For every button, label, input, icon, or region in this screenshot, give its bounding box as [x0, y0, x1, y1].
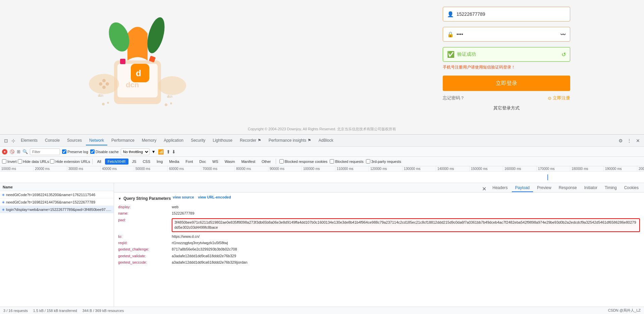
- eye-icon[interactable]: 〰️: [560, 32, 566, 37]
- svg-point-18: [107, 102, 109, 104]
- tab-elements[interactable]: Elements: [17, 136, 41, 145]
- phone-input-group[interactable]: 👤: [443, 7, 570, 21]
- svg-text:dcn: dcn: [98, 94, 103, 97]
- tab-performance[interactable]: Performance: [108, 136, 138, 145]
- disable-cache-checkbox[interactable]: [90, 149, 95, 154]
- password-input-group[interactable]: 🔒 〰️: [443, 27, 570, 42]
- param-value-pwd: 3f4850bee971c6211d519802ae0e835ff8098a27…: [172, 218, 640, 233]
- third-party-requests-label[interactable]: 3rd-party requests: [366, 159, 401, 164]
- invert-label[interactable]: Invert: [2, 159, 17, 164]
- disable-cache-label[interactable]: Disable cache: [90, 149, 119, 154]
- tl-100000: 100000 ms: [302, 166, 335, 171]
- search-network-icon[interactable]: 🔍: [22, 149, 28, 154]
- tl-150000: 150000 ms: [470, 166, 503, 171]
- login-button[interactable]: 立即登录: [443, 76, 570, 91]
- request-item-1[interactable]: ◈ needGtCode?t=1698224135200&name=176211…: [0, 191, 114, 198]
- close-detail-button[interactable]: ✕: [479, 186, 489, 192]
- tab-memory[interactable]: Memory: [139, 136, 160, 145]
- filter-css[interactable]: CSS: [140, 159, 153, 165]
- detail-tab-response[interactable]: Response: [555, 184, 580, 192]
- wifi-icon[interactable]: 📶: [158, 148, 164, 155]
- tab-network[interactable]: Network: [86, 136, 107, 145]
- register-link[interactable]: ⊙ 立即注册: [548, 95, 570, 101]
- tab-recorder[interactable]: Recorder ⚑: [236, 136, 265, 145]
- captcha-box[interactable]: ✅ 验证成功 ↺: [443, 47, 570, 62]
- request-item-2[interactable]: ◈ needGtCode?t=1698224144736&name=152226…: [0, 198, 114, 206]
- captcha-refresh-icon[interactable]: ↺: [561, 51, 566, 58]
- tl-180000: 180000 ms: [570, 166, 604, 171]
- svg-rect-7: [120, 59, 125, 64]
- preserve-log-checkbox[interactable]: [62, 149, 66, 154]
- blocked-requests-label[interactable]: Blocked requests: [330, 159, 363, 164]
- settings-icon[interactable]: ⚙: [617, 137, 624, 144]
- invert-checkbox[interactable]: [2, 159, 6, 164]
- view-url-encoded-link[interactable]: view URL-encoded: [198, 195, 231, 199]
- tab-console[interactable]: Console: [42, 136, 63, 145]
- password-input[interactable]: [457, 32, 560, 37]
- hide-data-urls-label[interactable]: Hide data URLs: [18, 159, 49, 164]
- param-key-pwd: pwd:: [118, 218, 172, 223]
- blocked-requests-checkbox[interactable]: [330, 159, 334, 164]
- param-geetest-seccode: geetest_seccode: a3adafe12ddd1dd9ca618dd…: [118, 259, 640, 266]
- request-item-3[interactable]: ◈ login?display=web&name=15222677789&pwd…: [0, 206, 114, 213]
- device-toggle-icon[interactable]: ⊡: [3, 137, 9, 144]
- detail-tab-cookies[interactable]: Cookies: [621, 184, 642, 192]
- timeline-area: 10000 ms 20000 ms 30000 ms 40000 ms 5000…: [0, 166, 644, 183]
- filter-doc[interactable]: Doc: [197, 159, 209, 165]
- filter-media[interactable]: Media: [166, 159, 182, 165]
- filter-input[interactable]: [30, 148, 60, 155]
- record-button[interactable]: ●: [2, 149, 7, 154]
- query-params-header: ▼ Query String Parameters view source vi…: [118, 195, 640, 202]
- svg-point-12: [106, 82, 109, 86]
- filter-img[interactable]: Img: [154, 159, 165, 165]
- devtools-panel: ⊡ ⊹ Elements Console Sources Network Per…: [0, 134, 644, 314]
- tab-performance-insights[interactable]: Performance insights ⚑: [265, 136, 315, 145]
- person-icon: 👤: [447, 11, 454, 17]
- close-devtools-icon[interactable]: ✕: [635, 137, 641, 144]
- hide-extension-checkbox[interactable]: [50, 159, 54, 164]
- filter-manifest[interactable]: Manifest: [238, 159, 258, 165]
- hide-data-urls-checkbox[interactable]: [18, 159, 22, 164]
- svg-point-20: [170, 102, 172, 104]
- tab-sources[interactable]: Sources: [64, 136, 85, 145]
- filter-wasm[interactable]: Wasm: [222, 159, 238, 165]
- filter-all[interactable]: All: [95, 159, 104, 165]
- view-source-link[interactable]: view source: [173, 195, 194, 199]
- tab-lighthouse[interactable]: Lighthouse: [209, 136, 236, 145]
- filter-icon[interactable]: ⊞: [17, 149, 20, 154]
- filter-ws[interactable]: WS: [210, 159, 221, 165]
- detail-tab-headers[interactable]: Headers: [489, 184, 511, 192]
- phone-input[interactable]: [457, 11, 566, 17]
- detail-tab-preview[interactable]: Preview: [534, 184, 555, 192]
- timeline-tick: [547, 174, 548, 180]
- blocked-cookies-checkbox[interactable]: [279, 159, 284, 164]
- form-footer: 忘记密码？ ⊙ 立即注册: [443, 95, 570, 101]
- filter-font[interactable]: Font: [183, 159, 196, 165]
- section-toggle[interactable]: ▼: [118, 197, 121, 200]
- more-options-icon[interactable]: ⋮: [626, 137, 633, 144]
- copyright-text: Copyright © 2004-2023 Downjoy. All Right…: [248, 127, 396, 132]
- filter-other[interactable]: Other: [259, 159, 274, 165]
- preserve-log-label[interactable]: Preserve log: [62, 149, 88, 154]
- third-party-checkbox[interactable]: [366, 159, 370, 164]
- tab-adblock[interactable]: AdBlock: [315, 136, 337, 145]
- hide-extension-urls-label[interactable]: Hide extension URLs: [50, 159, 90, 164]
- forgot-password-link[interactable]: 忘记密码？: [443, 95, 465, 101]
- detail-tab-payload[interactable]: Payload: [512, 184, 533, 192]
- filter-js[interactable]: JS: [129, 159, 139, 165]
- detail-tab-timing[interactable]: Timing: [601, 184, 620, 192]
- inspect-icon[interactable]: ⊹: [10, 137, 17, 144]
- blocked-cookies-label[interactable]: Blocked response cookies: [279, 159, 328, 164]
- clear-button[interactable]: 🚫: [9, 149, 15, 154]
- tab-application[interactable]: Application: [160, 136, 187, 145]
- param-key-geetest-validate: geetest_validate:: [118, 254, 172, 259]
- download-icon[interactable]: ⬇: [172, 149, 176, 154]
- tab-security[interactable]: Security: [187, 136, 209, 145]
- request-text-2: needGtCode?t=1698224144736&name=15222677…: [6, 200, 95, 204]
- upload-icon[interactable]: ⬆: [166, 149, 170, 154]
- param-key-name: name:: [118, 211, 172, 216]
- throttle-select[interactable]: No throttling Fast 3G Slow 3G: [121, 148, 150, 155]
- filter-fetch-xhr[interactable]: Fetch/XHR: [105, 159, 128, 165]
- detail-tab-initiator[interactable]: Initiator: [581, 184, 601, 192]
- svg-point-13: [102, 86, 106, 89]
